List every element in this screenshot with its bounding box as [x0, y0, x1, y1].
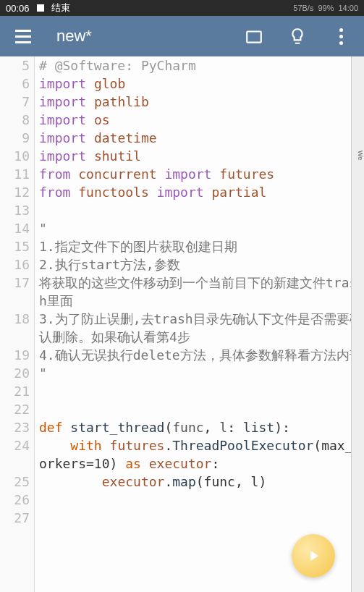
status-right-time: 14:00 [338, 4, 358, 12]
status-right: 57B/s 99% 14:00 [293, 4, 358, 12]
code-editor[interactable]: 5678910111213141516171819202122232425262… [0, 56, 364, 592]
line-number: 21 [0, 382, 30, 400]
hint-button[interactable] [283, 22, 312, 51]
code-line[interactable] [39, 201, 364, 219]
play-icon [305, 547, 322, 564]
code-line[interactable]: import shutil [39, 147, 364, 165]
code-content[interactable]: # @Software: PyCharmimport globimport pa… [35, 56, 364, 592]
right-preview-strip: We [351, 56, 364, 592]
line-number: 18 [0, 310, 30, 346]
line-number: 17 [0, 274, 30, 310]
svg-rect-0 [247, 32, 261, 43]
code-line[interactable]: executor.map(func, l) [39, 473, 364, 491]
code-line[interactable] [39, 509, 364, 527]
app-toolbar: new* [0, 16, 364, 56]
line-number: 7 [0, 93, 30, 111]
code-line[interactable]: from concurrent import futures [39, 165, 364, 183]
code-line[interactable] [39, 382, 364, 400]
code-line[interactable]: def start_thread(func, l: list): [39, 418, 364, 436]
line-number: 19 [0, 346, 30, 364]
line-number: 27 [0, 509, 30, 527]
line-number: 11 [0, 165, 30, 183]
line-number: 10 [0, 147, 30, 165]
line-gutter: 5678910111213141516171819202122232425262… [0, 56, 35, 592]
code-line[interactable]: 1.指定文件下的图片获取创建日期 [39, 237, 364, 255]
line-number: 24 [0, 436, 30, 473]
line-number: 22 [0, 400, 30, 418]
status-battery: 99% [318, 4, 334, 12]
code-line[interactable]: import glob [39, 75, 364, 93]
line-number: 15 [0, 237, 30, 255]
line-number: 16 [0, 255, 30, 274]
line-number: 6 [0, 75, 30, 93]
lightbulb-icon [288, 27, 307, 46]
folder-icon [245, 27, 263, 46]
file-title: new* [52, 27, 225, 46]
line-number: 26 [0, 491, 30, 509]
line-number: 23 [0, 418, 30, 436]
line-number: 20 [0, 364, 30, 382]
code-line[interactable]: import pathlib [39, 93, 364, 111]
line-number: 9 [0, 129, 30, 147]
status-end-label: 结束 [51, 1, 70, 14]
line-number: 12 [0, 183, 30, 201]
code-line[interactable] [39, 400, 364, 418]
code-line[interactable]: # @Software: PyCharm [39, 56, 364, 75]
code-line[interactable]: with futures.ThreadPoolExecutor(max_work… [39, 436, 364, 473]
code-line[interactable]: 4.确认无误执行delete方法，具体参数解释看方法内部 [39, 346, 364, 364]
code-line[interactable]: 2.执行start方法,参数 [39, 255, 364, 274]
code-line[interactable]: " [39, 219, 364, 237]
code-line[interactable]: import os [39, 111, 364, 129]
hamburger-icon [15, 30, 31, 43]
line-number: 8 [0, 111, 30, 129]
menu-button[interactable] [9, 22, 38, 51]
code-line[interactable]: import datetime [39, 129, 364, 147]
line-number: 25 [0, 473, 30, 491]
code-line[interactable]: from functools import partial [39, 183, 364, 201]
line-number: 13 [0, 201, 30, 219]
open-folder-button[interactable] [240, 22, 268, 51]
play-button[interactable] [292, 534, 335, 578]
status-bar: 00:06 结束 57B/s 99% 14:00 [0, 0, 364, 16]
stop-icon [37, 4, 44, 12]
code-line[interactable]: " [39, 364, 364, 382]
dots-vertical-icon [339, 28, 343, 45]
overflow-menu-button[interactable] [326, 22, 355, 51]
code-line[interactable]: 3.为了防止误删,去trash目录先确认下文件是否需要确认删除。如果确认看第4步 [39, 310, 364, 346]
line-number: 5 [0, 56, 30, 75]
status-speed: 57B/s [293, 4, 313, 12]
status-time: 00:06 [6, 3, 30, 14]
line-number: 14 [0, 219, 30, 237]
code-line[interactable]: 将获取的这些文件移动到一个当前目下的新建文件trash里面 [39, 274, 364, 310]
code-line[interactable] [39, 491, 364, 509]
